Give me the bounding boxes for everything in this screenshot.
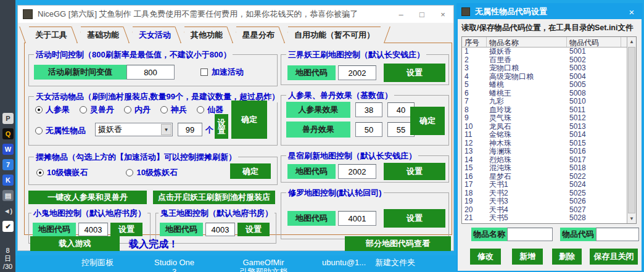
table-row[interactable]: 19天书35026 bbox=[462, 197, 627, 206]
taskbar-item-GameOfMir[interactable]: GameOfMir引擎帮助文档 bbox=[239, 258, 287, 272]
radio-label: 人参果 bbox=[46, 104, 70, 115]
panel-button-删除[interactable]: 删除 bbox=[552, 249, 582, 265]
radio-内丹[interactable]: 内丹 bbox=[124, 104, 151, 115]
demon-king-map-code-input[interactable] bbox=[338, 65, 376, 80]
table-row[interactable]: 5蟠桃5005 bbox=[462, 81, 627, 89]
blue-badge-icon[interactable]: 7 bbox=[2, 159, 14, 170]
column-header-序号[interactable]: 序号 bbox=[462, 37, 487, 47]
panel-button-修改[interactable]: 修改 bbox=[470, 249, 501, 265]
table-row[interactable]: 3宠物口粮5003 bbox=[462, 64, 627, 73]
panel-button-新增[interactable]: 新增 bbox=[512, 249, 543, 265]
minimize-button[interactable]: – bbox=[390, 6, 411, 23]
item-name-input[interactable] bbox=[507, 228, 553, 241]
table-row[interactable]: 4高级宠物口粮5004 bbox=[462, 73, 627, 81]
load-game-button[interactable]: 载入游戏 bbox=[30, 236, 120, 251]
table-row[interactable]: 15混沌珠5018 bbox=[462, 164, 627, 173]
combobox-arrow-icon[interactable]: ▼ bbox=[161, 124, 171, 135]
taskbar-item-Studio One[interactable]: Studio One3 bbox=[154, 258, 194, 272]
effect-value-1[interactable] bbox=[355, 122, 382, 137]
radio-10级炼妖石[interactable]: 10级炼妖石 bbox=[126, 167, 177, 178]
radio-circle[interactable] bbox=[35, 106, 43, 113]
scroll-thumb[interactable] bbox=[628, 47, 635, 213]
check-icon[interactable]: ✔ bbox=[2, 221, 14, 232]
imp-map-code-input[interactable] bbox=[78, 223, 108, 236]
confirm-effects-button[interactable]: 确定 bbox=[410, 107, 445, 135]
panel-close-button[interactable]: × bbox=[625, 4, 638, 19]
table-row[interactable]: 20天书45027 bbox=[462, 206, 627, 215]
refresh-time-input[interactable] bbox=[126, 65, 175, 80]
taskbar-item-控制面板[interactable]: 控制面板 bbox=[81, 258, 114, 267]
confirm-stall-button[interactable]: 确定 bbox=[230, 163, 271, 179]
tab-星星分布[interactable]: 星星分布 bbox=[233, 27, 284, 43]
radio-circle[interactable] bbox=[36, 169, 44, 176]
taskbar-item-ubuntu@1...[interactable]: ubuntu@1... bbox=[322, 258, 366, 267]
ghost-king-map-code-input[interactable] bbox=[205, 223, 235, 236]
map-codes-view-button[interactable]: 部分地图代码查看 bbox=[345, 236, 451, 251]
asura-map-code-input[interactable] bbox=[338, 211, 376, 226]
taskbar-item-新建文件夹[interactable]: 新建文件夹 bbox=[375, 258, 415, 267]
table-scrollbar[interactable]: ▲ ▼ bbox=[627, 37, 636, 223]
table-row[interactable]: 17天书15024 bbox=[462, 181, 627, 189]
star-map-set-button[interactable]: 设置 bbox=[384, 163, 445, 180]
radio-circle[interactable] bbox=[160, 106, 168, 113]
effect-value-1[interactable] bbox=[355, 102, 382, 117]
asura-map-set-button[interactable]: 设置 bbox=[384, 209, 445, 228]
tab-自用功能（暂不可用）[interactable]: 自用功能（暂不可用） bbox=[284, 27, 384, 43]
radio-circle[interactable] bbox=[80, 106, 87, 113]
set-quantity-button[interactable]: 设置 bbox=[215, 114, 228, 139]
imp-map-set-button[interactable]: 设置 bbox=[110, 223, 142, 236]
checkbox-box[interactable] bbox=[200, 68, 208, 76]
radio-灵兽丹[interactable]: 灵兽丹 bbox=[80, 104, 114, 115]
column-header-物品代码[interactable]: 物品代码 bbox=[567, 37, 621, 47]
demon-king-map-set-button[interactable]: 设置 bbox=[384, 64, 445, 82]
ghost-king-map-set-button[interactable]: 设置 bbox=[237, 223, 270, 236]
accelerate-checkbox[interactable]: 加速活动 bbox=[200, 67, 244, 78]
table-row[interactable]: 7九彩5010 bbox=[462, 97, 627, 106]
table-row[interactable]: 10龙凤石5013 bbox=[462, 123, 627, 131]
table-row[interactable]: 21天书55028 bbox=[462, 214, 627, 223]
radio-人参果[interactable]: 人参果 bbox=[35, 104, 70, 115]
radio-circle[interactable] bbox=[124, 106, 131, 113]
radio-no-attribute-item[interactable]: 无属性物品 bbox=[35, 125, 86, 136]
change-ginseng-button[interactable]: 一键改人参果和灵兽丹 bbox=[28, 191, 147, 204]
radio-circle[interactable] bbox=[35, 127, 43, 134]
column-header-物品名称[interactable]: 物品名称 bbox=[487, 37, 567, 47]
radio-circle[interactable] bbox=[197, 106, 204, 113]
quantity-input[interactable] bbox=[178, 123, 202, 136]
tab-其他功能[interactable]: 其他功能 bbox=[181, 27, 233, 43]
table-row[interactable]: 8血玲珑5011 bbox=[462, 106, 627, 115]
confirm-activity-items-button[interactable]: 确定 bbox=[231, 101, 267, 139]
scroll-down-icon[interactable]: ▼ bbox=[627, 214, 636, 223]
tab-基础功能[interactable]: 基础功能 bbox=[77, 27, 129, 43]
close-button[interactable]: × bbox=[432, 6, 453, 23]
table-row[interactable]: 18天书25025 bbox=[462, 189, 627, 198]
table-row[interactable]: 11金铭珠5014 bbox=[462, 131, 627, 139]
k-badge-icon[interactable]: K bbox=[2, 175, 14, 186]
table-row[interactable]: 14烈焰珠5017 bbox=[462, 156, 627, 165]
maximize-button[interactable]: □ bbox=[411, 6, 432, 23]
winamp-icon[interactable]: W bbox=[2, 144, 14, 155]
radio-circle[interactable] bbox=[126, 169, 133, 176]
table-row[interactable]: 6蟠桃王5008 bbox=[462, 89, 627, 98]
tab-关于工具[interactable]: 关于工具 bbox=[25, 27, 77, 43]
open-demon-king-button[interactable]: 点击开启妖王刷新到渔村服装店 bbox=[153, 191, 275, 204]
item-combobox[interactable]: 摄妖香 ▼ bbox=[95, 123, 173, 136]
item-code-input[interactable] bbox=[596, 228, 639, 241]
qq-penguin-icon[interactable]: Q bbox=[2, 128, 14, 139]
group-time-control: 活动时间控制（800刷新率是最低值，不建议小于800） 活动刷新时间变值 加速活… bbox=[28, 54, 278, 86]
table-row[interactable]: 9灵气珠5012 bbox=[462, 114, 627, 123]
table-row[interactable]: 13海澜珠5016 bbox=[462, 147, 627, 156]
display-icon[interactable]: ▤ bbox=[2, 190, 14, 201]
panel-button-保存且关闭[interactable]: 保存且关闭 bbox=[590, 249, 638, 265]
table-row[interactable]: 12神木珠5015 bbox=[462, 139, 627, 148]
table-row[interactable]: 1摄妖香5001 bbox=[462, 47, 627, 56]
tab-天女活动[interactable]: 天女活动 bbox=[129, 27, 181, 43]
radio-神兵[interactable]: 神兵 bbox=[160, 104, 187, 115]
table-row[interactable]: 2百里香5002 bbox=[462, 56, 627, 65]
star-map-code-input[interactable] bbox=[338, 164, 376, 179]
printer-icon[interactable]: P bbox=[2, 113, 14, 124]
speaker-icon[interactable]: ◄) bbox=[2, 205, 14, 216]
table-row[interactable]: 16星梦石5022 bbox=[462, 173, 627, 181]
radio-10级镶嵌石[interactable]: 10级镶嵌石 bbox=[36, 167, 88, 178]
scroll-up-icon[interactable]: ▲ bbox=[627, 37, 636, 46]
